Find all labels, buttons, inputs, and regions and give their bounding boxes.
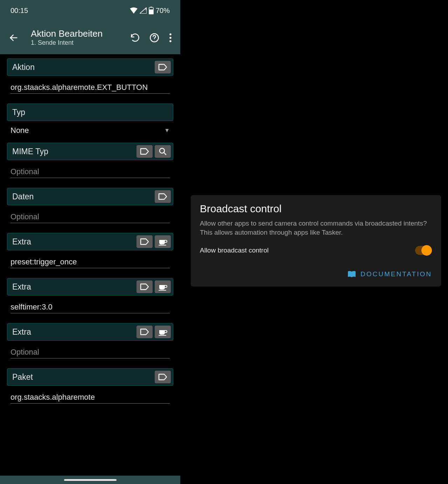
app-bar: Aktion Bearbeiten 1. Sende Intent xyxy=(0,21,180,54)
page-title: Aktion Bearbeiten xyxy=(31,29,130,39)
status-bar: 00:15 70% xyxy=(0,0,180,21)
tag-icon[interactable] xyxy=(155,371,171,383)
section-label: Aktion xyxy=(12,63,153,72)
svg-rect-4 xyxy=(149,9,153,14)
section-label: Extra xyxy=(12,237,134,247)
help-icon[interactable] xyxy=(149,33,159,43)
tasker-edit-screen: 00:15 70% xyxy=(0,0,180,484)
nav-bar xyxy=(0,476,180,484)
svg-rect-13 xyxy=(159,245,166,245)
section-label: Typ xyxy=(12,108,171,117)
battery-icon xyxy=(149,7,154,14)
tag-icon[interactable] xyxy=(155,190,171,203)
broadcast-toggle-row: Allow broadcast control xyxy=(200,246,432,255)
broadcast-card: Broadcast control Allow other apps to se… xyxy=(191,195,441,286)
wifi-icon xyxy=(130,7,138,14)
section-label: Paket xyxy=(12,372,153,382)
coffee-icon[interactable] xyxy=(155,235,171,248)
section-extra[interactable]: Extra xyxy=(7,278,173,296)
page-subtitle: 1. Sende Intent xyxy=(31,39,130,47)
chevron-down-icon: ▼ xyxy=(164,127,170,134)
coffee-icon[interactable] xyxy=(155,326,171,338)
card-title: Broadcast control xyxy=(200,203,432,215)
section-label: Daten xyxy=(12,192,153,201)
extra1-value: preset:trigger_once xyxy=(10,257,170,266)
extra2-value: selftimer:3.0 xyxy=(10,302,170,312)
section-extra[interactable]: Extra xyxy=(7,323,173,341)
aktion-value: org.staacks.alpharemote.EXT_BUTTON xyxy=(10,83,170,92)
paket-value: org.staacks.alpharemote xyxy=(10,393,170,402)
extra3-placeholder: Optional xyxy=(10,348,170,357)
svg-rect-0 xyxy=(146,8,146,10)
extra2-field[interactable]: selftimer:3.0 xyxy=(10,300,170,313)
card-description: Allow other apps to send camera control … xyxy=(200,219,432,237)
back-button[interactable] xyxy=(6,33,21,43)
section-aktion[interactable]: Aktion xyxy=(7,58,173,76)
status-battery: 70% xyxy=(156,7,170,15)
section-paket[interactable]: Paket xyxy=(7,368,173,386)
mimetyp-placeholder: Optional xyxy=(10,167,170,176)
extra1-field[interactable]: preset:trigger_once xyxy=(10,255,170,268)
section-label: Extra xyxy=(12,282,134,292)
svg-point-9 xyxy=(169,37,172,39)
section-extra[interactable]: Extra xyxy=(7,233,173,250)
svg-point-7 xyxy=(154,40,154,40)
tag-icon[interactable] xyxy=(136,280,153,293)
tag-icon[interactable] xyxy=(136,145,153,158)
daten-placeholder: Optional xyxy=(10,212,170,221)
svg-point-8 xyxy=(169,33,172,35)
svg-rect-15 xyxy=(159,335,166,336)
book-icon xyxy=(347,271,356,278)
section-daten[interactable]: Daten xyxy=(7,188,173,205)
svg-line-12 xyxy=(164,152,166,155)
search-icon[interactable] xyxy=(155,145,171,158)
svg-rect-1 xyxy=(146,10,146,11)
mimetyp-field[interactable]: Optional xyxy=(10,164,170,178)
section-mimetyp[interactable]: MIME Typ xyxy=(7,143,173,160)
documentation-label: DOCUMENTATION xyxy=(360,270,432,278)
coffee-icon[interactable] xyxy=(155,280,171,293)
tag-icon[interactable] xyxy=(136,326,153,338)
undo-icon[interactable] xyxy=(130,33,140,43)
signal-icon xyxy=(140,7,147,14)
typ-dropdown[interactable]: None ▼ xyxy=(10,126,170,135)
section-label: Extra xyxy=(12,327,134,337)
svg-rect-14 xyxy=(159,290,166,291)
more-icon[interactable] xyxy=(169,33,172,42)
daten-field[interactable]: Optional xyxy=(10,209,170,223)
app-titles: Aktion Bearbeiten 1. Sende Intent xyxy=(21,29,130,47)
settings-screen: Broadcast control Allow other apps to se… xyxy=(180,0,448,484)
app-actions xyxy=(130,33,176,43)
section-typ[interactable]: Typ xyxy=(7,104,173,121)
paket-field[interactable]: org.staacks.alpharemote xyxy=(10,390,170,404)
svg-point-10 xyxy=(169,40,172,42)
tag-icon[interactable] xyxy=(155,61,171,73)
broadcast-toggle[interactable] xyxy=(415,246,432,255)
extra3-field[interactable]: Optional xyxy=(10,345,170,358)
status-right: 70% xyxy=(130,7,170,15)
documentation-link[interactable]: DOCUMENTATION xyxy=(200,270,432,278)
tag-icon[interactable] xyxy=(136,235,153,248)
section-label: MIME Typ xyxy=(12,147,134,156)
aktion-field[interactable]: org.staacks.alpharemote.EXT_BUTTON xyxy=(10,80,170,94)
status-time: 00:15 xyxy=(10,7,28,15)
toggle-label: Allow broadcast control xyxy=(200,247,268,254)
typ-selected: None xyxy=(10,126,29,135)
